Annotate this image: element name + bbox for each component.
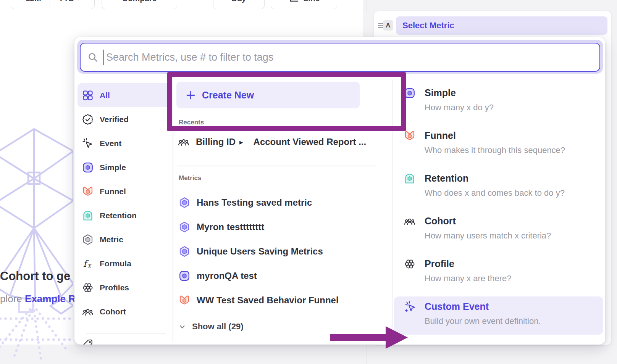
metric-list-item-unique-users-saving-metrics[interactable]: Unique Users Saving Metrics [176, 239, 390, 264]
granularity-label: Day [231, 0, 246, 3]
sidebar-item-label: Simple [100, 163, 126, 172]
chart-type-label: Line [303, 0, 320, 3]
empty-state-link-line: plore Example R [0, 293, 76, 305]
metric-list-item-myron-testttttttt[interactable]: Myron testttttttt [176, 215, 390, 239]
date-range-control[interactable]: 12M YTD▾ [11, 0, 95, 9]
show-all-label: Show all (29) [192, 322, 243, 332]
saved-metrics-list: Hans Testing saved metricMyron testttttt… [176, 190, 390, 312]
metric-type-simple[interactable]: SimpleHow many x do y? [394, 83, 603, 126]
metric-type-title: Cohort [425, 216, 456, 227]
sidebar-item-event[interactable]: Event [78, 131, 171, 155]
sidebar-item-simple[interactable]: Simple [78, 155, 171, 179]
metric-selector-screen: 12M YTD▾ Compare Day Line A Select Metri… [0, 0, 617, 364]
sidebar-item-label: Verified [100, 115, 129, 124]
link-prefix: plore [0, 293, 22, 304]
funnel-icon [404, 130, 416, 142]
metric-type-profile[interactable]: ProfileHow many x are there? [394, 254, 603, 296]
sidebar-item-label: Funnel [100, 187, 126, 196]
retention-icon [404, 173, 416, 185]
column-divider [392, 80, 393, 342]
chart-type-button[interactable]: Line [271, 0, 337, 9]
metrics-header: Metrics [179, 174, 202, 182]
metric-list-item-label: Hans Testing saved metric [197, 197, 312, 208]
metric-type-description: Who does x and comes back to do y? [425, 188, 565, 198]
chevron-down-icon [179, 323, 186, 330]
sidebar-item-verified[interactable]: Verified [78, 107, 171, 131]
metric-type-description: Build your own event definition. [425, 316, 541, 326]
metric-list-item-label: myronQA test [197, 271, 257, 281]
panel-divider [367, 0, 367, 11]
metric-selector-modal: AllVerifiedEventSimpleFunnelRetentionMet… [74, 37, 605, 345]
empty-state-illustration [0, 126, 73, 362]
date-range-ytd-button[interactable]: YTD▾ [50, 0, 89, 9]
search-input[interactable] [103, 50, 596, 65]
sidebar-item-cohort[interactable]: Cohort [78, 300, 171, 324]
metric-type-retention[interactable]: RetentionWho does x and comes back to do… [394, 168, 603, 211]
search-icon [87, 52, 98, 63]
metric-purple-icon [179, 221, 190, 233]
create-new-button[interactable]: Create New [176, 82, 360, 108]
metric-list-item-ww-test-saved-behavior-funnel[interactable]: WW Test Saved Behavior Funnel [176, 288, 390, 312]
line-chart-icon [288, 0, 299, 4]
metric-type-title: Profile [425, 258, 454, 269]
custom-event-icon [404, 301, 416, 313]
svg-text:x: x [88, 262, 92, 269]
metric-list-item-myronqa-test[interactable]: myronQA test [176, 264, 390, 288]
metric-type-description: How many x are there? [425, 274, 511, 283]
caret-right-icon: ▸ [239, 138, 243, 147]
metric-list-item-label: WW Test Saved Behavior Funnel [197, 295, 339, 306]
panel-divider [367, 345, 367, 364]
cohort-icon [178, 136, 189, 148]
date-range-12m-label: 12M [26, 0, 41, 3]
metric-purple-icon [179, 246, 190, 257]
cohort-icon [82, 306, 94, 317]
category-sidebar: AllVerifiedEventSimpleFunnelRetentionMet… [78, 83, 171, 324]
select-metric-field[interactable]: Select Metric [396, 16, 607, 35]
date-range-12m-button[interactable]: 12M [17, 0, 50, 9]
sidebar-item-label: Metric [100, 235, 123, 244]
example-link[interactable]: Example R [25, 293, 76, 304]
sidebar-item-label: Retention [100, 211, 137, 220]
recents-header: Recents [179, 119, 204, 126]
metric-type-description: How many users match x criteria? [425, 231, 551, 241]
metric-type-title: Simple [425, 87, 456, 98]
search-field[interactable] [80, 43, 600, 72]
metric-type-cohort[interactable]: CohortHow many users match x criteria? [394, 211, 603, 254]
granularity-button[interactable]: Day [213, 0, 265, 9]
sidebar-item-all[interactable]: All [78, 83, 171, 107]
metric-row-letter-badge: A [383, 20, 393, 31]
grid-icon [82, 90, 94, 101]
empty-state-headline-fragment: Cohort to ge [0, 269, 70, 283]
create-new-label: Create New [202, 90, 254, 101]
metric-type-description: How many x do y? [425, 103, 494, 113]
sidebar-item-label: All [100, 91, 110, 100]
metric-type-title: Retention [425, 173, 468, 184]
show-all-button[interactable]: Show all (29) [179, 320, 243, 333]
formula-icon: fx [82, 258, 94, 269]
recent-item[interactable]: Billing ID ▸ Account Viewed Report ... [176, 133, 366, 151]
funnel-icon [82, 186, 94, 197]
sidebar-item-formula[interactable]: fxFormula [78, 251, 171, 275]
sidebar-item-funnel[interactable]: Funnel [78, 179, 171, 203]
sidebar-item-profiles[interactable]: Profiles [78, 275, 171, 300]
cohort-icon [404, 216, 416, 228]
compare-label: Compare [122, 0, 157, 3]
sidebar-item-metric[interactable]: Metric [78, 227, 171, 251]
simple-icon [179, 270, 190, 282]
metric-type-funnel[interactable]: FunnelWho makes it through this sequence… [394, 126, 603, 168]
simple-icon [404, 87, 416, 100]
metric-types-column: SimpleHow many x do y?FunnelWho makes it… [394, 83, 603, 335]
metric-list-item-hans-testing-saved-metric[interactable]: Hans Testing saved metric [176, 190, 390, 215]
sidebar-item-retention[interactable]: Retention [78, 203, 171, 227]
metric-type-custom-event[interactable]: Custom EventBuild your own event definit… [394, 296, 603, 335]
metric-list-item-label: Unique Users Saving Metrics [197, 246, 323, 257]
select-metric-label: Select Metric [402, 21, 454, 31]
metric-type-description: Who makes it through this sequence? [425, 145, 565, 155]
funnel-icon [179, 295, 190, 306]
tag-icon [82, 338, 94, 345]
compare-button[interactable]: Compare [102, 0, 177, 9]
profiles-icon [82, 282, 94, 293]
sidebar-item-label: Formula [100, 259, 131, 268]
recent-item-event-name: Account Viewed Report ... [254, 137, 367, 147]
verified-icon [82, 114, 94, 125]
